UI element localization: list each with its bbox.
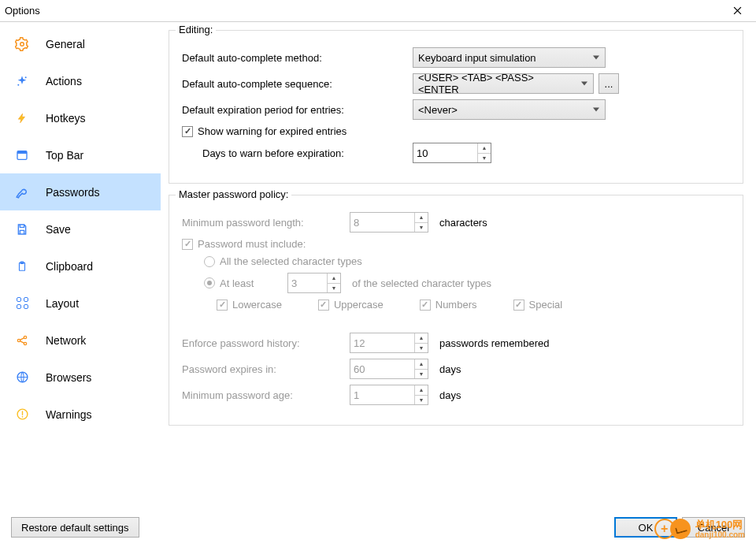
days-warn-label: Days to warn before expiration: [201, 147, 413, 159]
close-button[interactable] [723, 3, 751, 19]
show-warning-checkbox[interactable] [182, 126, 193, 137]
layout-icon [14, 296, 30, 311]
sidebar-item-clipboard[interactable]: Clipboard [0, 247, 161, 285]
sidebar-item-save[interactable]: Save [0, 210, 161, 247]
days-warn-spinner[interactable]: 10 ▲▼ [413, 143, 491, 163]
spinner-up[interactable]: ▲ [328, 274, 340, 284]
sidebar-item-label: General [46, 38, 85, 50]
history-label: Enforce password history: [180, 337, 350, 349]
sidebar-item-label: Clipboard [46, 260, 93, 273]
spinner-down[interactable]: ▼ [478, 154, 491, 163]
content: Editing: Default auto-complete method: K… [161, 22, 756, 508]
special-checkbox[interactable] [513, 300, 524, 311]
auto-complete-method-select[interactable]: Keyboard input simulation [413, 47, 606, 68]
min-length-spinner[interactable]: 8 ▲▼ [350, 212, 428, 233]
expires-spinner[interactable]: 60 ▲▼ [350, 359, 428, 379]
sidebar-item-general[interactable]: General [0, 25, 161, 62]
spinner-down[interactable]: ▼ [415, 223, 428, 233]
spinner-down[interactable]: ▼ [415, 370, 428, 379]
auto-complete-sequence-label: Default auto-complete sequence: [180, 78, 413, 90]
min-age-label: Minimum password age: [180, 389, 350, 401]
characters-suffix: characters [439, 217, 487, 229]
auto-complete-method-label: Default auto-complete method: [180, 52, 413, 64]
lightning-icon [14, 110, 30, 126]
sidebar-item-warnings[interactable]: Warnings [0, 396, 161, 433]
sidebar-item-label: Hotkeys [46, 112, 86, 125]
expires-label: Password expires in: [180, 363, 350, 375]
expires-suffix: days [439, 363, 461, 375]
must-include-label: Password must include: [198, 238, 306, 250]
policy-legend: Master password policy: [176, 188, 291, 200]
min-length-label: Minimum password length: [180, 217, 350, 229]
sidebar-item-label: Actions [46, 75, 82, 87]
spinner-down[interactable]: ▼ [415, 396, 428, 405]
at-least-label: At least [220, 277, 287, 289]
ok-button[interactable]: OK [614, 517, 677, 538]
history-spinner[interactable]: 12 ▲▼ [350, 333, 428, 353]
sidebar-item-label: Warnings [46, 408, 92, 421]
lowercase-label: Lowercase [232, 299, 282, 311]
sidebar-item-label: Browsers [46, 371, 91, 384]
special-label: Special [529, 299, 563, 311]
key-icon [14, 184, 30, 200]
editing-legend: Editing: [176, 24, 216, 35]
at-least-spinner[interactable]: 3 ▲▼ [287, 273, 341, 293]
at-least-radio[interactable] [204, 277, 215, 288]
numbers-checkbox[interactable] [420, 300, 431, 311]
sidebar-item-label: Top Bar [46, 149, 83, 162]
sparkle-icon [14, 73, 30, 89]
svg-point-0 [25, 76, 27, 78]
must-include-checkbox[interactable] [182, 239, 193, 250]
show-warning-label: Show warning for expired entries [198, 125, 346, 137]
min-age-suffix: days [439, 389, 461, 401]
sidebar-item-label: Layout [46, 297, 79, 310]
topbar-icon [14, 147, 30, 163]
restore-defaults-button[interactable]: Restore default settings [11, 517, 139, 538]
footer: Restore default settings OK Cancel [0, 508, 756, 547]
titlebar: Options [0, 0, 756, 22]
spinner-down[interactable]: ▼ [328, 284, 340, 293]
spinner-up[interactable]: ▲ [478, 143, 491, 154]
window-title: Options [5, 5, 723, 17]
sidebar-item-actions[interactable]: Actions [0, 62, 161, 99]
spinner-up[interactable]: ▲ [415, 213, 428, 223]
sidebar-item-topbar[interactable]: Top Bar [0, 136, 161, 173]
auto-complete-sequence-select[interactable]: <USER> <TAB> <PASS> <ENTER [413, 73, 594, 94]
clipboard-icon [14, 259, 30, 274]
uppercase-checkbox[interactable] [318, 300, 329, 311]
close-icon [733, 6, 742, 15]
gear-icon [14, 36, 30, 52]
sidebar: General Actions Hotkeys Top Bar Password… [0, 22, 161, 508]
sequence-ellipsis-button[interactable]: ... [598, 73, 619, 94]
uppercase-label: Uppercase [334, 299, 384, 311]
policy-group: Master password policy: Minimum password… [169, 195, 743, 426]
default-expiration-label: Default expiration period for entries: [180, 104, 413, 116]
spinner-up[interactable]: ▲ [415, 333, 428, 344]
history-suffix: passwords remembered [439, 337, 549, 349]
save-icon [14, 221, 30, 237]
svg-rect-3 [17, 151, 27, 153]
numbers-label: Numbers [435, 299, 477, 311]
sidebar-item-label: Passwords [46, 186, 99, 199]
svg-point-4 [24, 189, 25, 191]
min-age-spinner[interactable]: 1 ▲▼ [350, 385, 428, 405]
spinner-down[interactable]: ▼ [415, 344, 428, 353]
lowercase-checkbox[interactable] [217, 300, 228, 311]
default-expiration-select[interactable]: <Never> [413, 99, 606, 120]
cancel-button[interactable]: Cancel [682, 517, 745, 538]
all-types-radio[interactable] [204, 256, 215, 267]
spinner-up[interactable]: ▲ [415, 359, 428, 370]
sidebar-item-browsers[interactable]: Browsers [0, 359, 161, 396]
sidebar-item-layout[interactable]: Layout [0, 285, 161, 322]
globe-icon [14, 370, 30, 385]
spinner-up[interactable]: ▲ [415, 385, 428, 396]
all-types-label: All the selected character types [220, 255, 362, 267]
sidebar-item-label: Network [46, 334, 86, 347]
sidebar-item-label: Save [46, 223, 71, 236]
editing-group: Editing: Default auto-complete method: K… [169, 30, 743, 184]
sidebar-item-network[interactable]: Network [0, 322, 161, 359]
warning-icon [14, 407, 30, 422]
share-icon [14, 333, 30, 348]
sidebar-item-hotkeys[interactable]: Hotkeys [0, 99, 161, 136]
sidebar-item-passwords[interactable]: Passwords [0, 173, 161, 210]
